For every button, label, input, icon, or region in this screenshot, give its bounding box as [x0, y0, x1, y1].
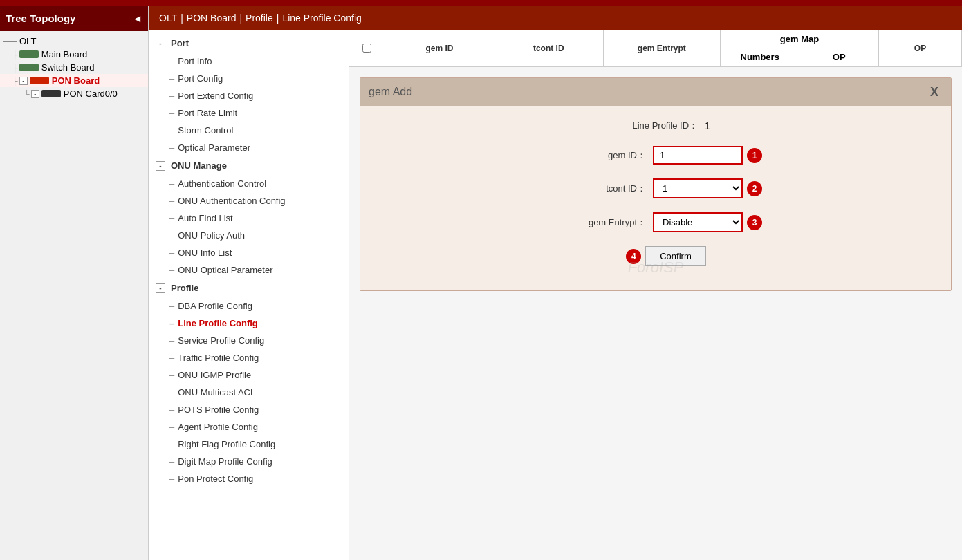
nav-item-traffic-profile[interactable]: –Traffic Profile Config — [149, 349, 349, 366]
th-tcont-id: tcont ID — [494, 30, 604, 66]
profile-items: –DBA Profile Config –Line Profile Config… — [149, 297, 349, 487]
switch-board-label: Switch Board — [41, 62, 95, 73]
tcont-id-label: tcont ID： — [549, 183, 646, 195]
content-body: - Port –Port Info –Port Config –Port Ext… — [149, 30, 962, 560]
nav-section-onu-manage: - ONU Manage –Authentication Control –ON… — [149, 156, 349, 279]
th-gem-map-op: OP — [799, 48, 878, 66]
form-row-line-profile-id: Line Profile ID： 1 — [381, 120, 930, 132]
nav-item-optical-parameter[interactable]: –Optical Parameter — [149, 139, 349, 156]
th-gem-encrypt: gem Entrypt — [604, 30, 721, 66]
confirm-button[interactable]: Confirm — [645, 246, 706, 266]
th-gem-map: gem Map Numbers OP — [721, 30, 879, 66]
line-profile-id-label: Line Profile ID： — [601, 120, 698, 132]
tree-item-switch-board[interactable]: ├ Switch Board — [0, 61, 148, 74]
nav-item-port-config[interactable]: –Port Config — [149, 70, 349, 87]
nav-section-profile: - Profile –DBA Profile Config –Line Prof… — [149, 279, 349, 487]
step-1-badge: 1 — [747, 148, 762, 163]
gem-entrypt-select[interactable]: Disable Enable — [653, 212, 743, 232]
sidebar-title: Tree Topology — [6, 12, 75, 24]
tree-item-main-board[interactable]: ├ Main Board — [0, 48, 148, 61]
sidebar: Tree Topology ◄ OLT ├ Main Board ├ Switc… — [0, 6, 149, 560]
gem-entrypt-label: gem Entrypt： — [549, 216, 646, 229]
left-nav: - Port –Port Info –Port Config –Port Ext… — [149, 30, 349, 560]
breadcrumb-sep1: | — [181, 12, 183, 24]
gem-add-dialog: gem Add X Line Profile ID： 1 gem ID： — [360, 77, 952, 291]
nav-item-service-profile[interactable]: –Service Profile Config — [149, 332, 349, 349]
form-row-tcont-id: tcont ID： 1 2 3 4 2 — [381, 178, 930, 198]
port-section-header[interactable]: - Port — [149, 34, 349, 53]
nav-section-port: - Port –Port Info –Port Config –Port Ext… — [149, 34, 349, 156]
gem-id-input[interactable] — [653, 146, 743, 165]
main-layout: Tree Topology ◄ OLT ├ Main Board ├ Switc… — [0, 6, 962, 560]
tree-item-pon-board[interactable]: ├ - PON Board — [0, 74, 148, 87]
breadcrumb-sep3: | — [277, 12, 279, 24]
onu-manage-section-label: ONU Manage — [171, 160, 227, 171]
breadcrumb-pon-board: PON Board — [187, 12, 237, 24]
nav-item-onu-optical-param[interactable]: –ONU Optical Parameter — [149, 261, 349, 279]
breadcrumb-line-profile: Line Profile Config — [282, 12, 361, 24]
nav-item-auto-find-list[interactable]: –Auto Find List — [149, 209, 349, 227]
form-row-gem-id: gem ID： 1 — [381, 146, 930, 165]
step-2-badge: 2 — [747, 181, 762, 196]
profile-expand-icon: - — [156, 283, 165, 293]
sidebar-header: Tree Topology ◄ — [0, 6, 148, 31]
form-row-confirm: 4 Confirm — [381, 246, 930, 266]
tree-item-pon-card[interactable]: └ - PON Card0/0 — [0, 87, 148, 100]
th-gem-id: gem ID — [385, 30, 494, 66]
nav-item-dba-profile[interactable]: –DBA Profile Config — [149, 297, 349, 315]
gem-add-body: Line Profile ID： 1 gem ID： 1 tcont ID： — [360, 106, 951, 290]
sidebar-arrow-icon: ◄ — [132, 12, 142, 24]
onu-manage-items: –Authentication Control –ONU Authenticat… — [149, 175, 349, 279]
gem-map-label: gem Map — [721, 30, 878, 48]
select-all-checkbox[interactable] — [362, 44, 371, 53]
table-container: gem ID tcont ID gem Entrypt — [349, 30, 962, 67]
gem-id-label: gem ID： — [549, 149, 646, 162]
nav-item-auth-control[interactable]: –Authentication Control — [149, 175, 349, 192]
gem-map-sub-headers: Numbers OP — [721, 48, 878, 66]
content-area: OLT | PON Board | Profile | Line Profile… — [149, 6, 962, 560]
nav-item-port-rate-limit[interactable]: –Port Rate Limit — [149, 104, 349, 122]
line-profile-id-value: 1 — [705, 120, 710, 131]
nav-item-onu-info-list[interactable]: –ONU Info List — [149, 244, 349, 261]
nav-item-port-extend-config[interactable]: –Port Extend Config — [149, 87, 349, 104]
nav-item-onu-auth-config[interactable]: –ONU Authentication Config — [149, 192, 349, 209]
nav-item-line-profile[interactable]: –Line Profile Config — [149, 315, 349, 332]
breadcrumb-profile: Profile — [246, 12, 273, 24]
nav-item-agent-profile[interactable]: –Agent Profile Config — [149, 418, 349, 436]
nav-item-right-flag-profile[interactable]: –Right Flag Profile Config — [149, 436, 349, 453]
profile-section-label: Profile — [171, 283, 198, 293]
nav-item-storm-control[interactable]: –Storm Control — [149, 122, 349, 139]
top-bar — [0, 0, 962, 6]
nav-item-pots-profile[interactable]: –POTS Profile Config — [149, 401, 349, 418]
gem-add-title-bar: gem Add X — [360, 78, 951, 106]
nav-item-onu-policy-auth[interactable]: –ONU Policy Auth — [149, 227, 349, 244]
breadcrumb-olt: OLT — [159, 12, 177, 24]
nav-item-port-info[interactable]: –Port Info — [149, 53, 349, 70]
pon-card-label: PON Card0/0 — [64, 88, 118, 99]
nav-item-digit-map-profile[interactable]: –Digit Map Profile Config — [149, 453, 349, 470]
step-4-badge: 4 — [626, 249, 641, 264]
th-gem-map-numbers: Numbers — [721, 48, 800, 66]
main-board-label: Main Board — [41, 49, 87, 59]
nav-item-onu-igmp-profile[interactable]: –ONU IGMP Profile — [149, 366, 349, 384]
tree-item-olt[interactable]: OLT — [0, 35, 148, 48]
port-items: –Port Info –Port Config –Port Extend Con… — [149, 53, 349, 156]
th-op: OP — [879, 30, 962, 66]
port-section-label: Port — [171, 38, 189, 48]
nav-item-pon-protect[interactable]: –Pon Protect Config — [149, 470, 349, 487]
nav-item-onu-multicast-acl[interactable]: –ONU Multicast ACL — [149, 384, 349, 401]
breadcrumb-sep2: | — [239, 12, 242, 24]
breadcrumb: OLT | PON Board | Profile | Line Profile… — [149, 6, 962, 30]
olt-label: OLT — [19, 36, 36, 46]
gem-add-title: gem Add — [369, 86, 412, 98]
sidebar-tree: OLT ├ Main Board ├ Switch Board ├ - PON … — [0, 31, 148, 560]
profile-section-header[interactable]: - Profile — [149, 279, 349, 297]
port-expand-icon: - — [156, 39, 165, 48]
onu-manage-section-header[interactable]: - ONU Manage — [149, 156, 349, 175]
tcont-id-select[interactable]: 1 2 3 4 — [653, 178, 743, 198]
table-header-row: gem ID tcont ID gem Entrypt — [349, 30, 962, 66]
pon-board-label: PON Board — [52, 75, 100, 86]
form-row-gem-entrypt: gem Entrypt： Disable Enable 3 — [381, 212, 930, 232]
gem-add-close-button[interactable]: X — [926, 84, 943, 100]
step-3-badge: 3 — [747, 215, 762, 230]
